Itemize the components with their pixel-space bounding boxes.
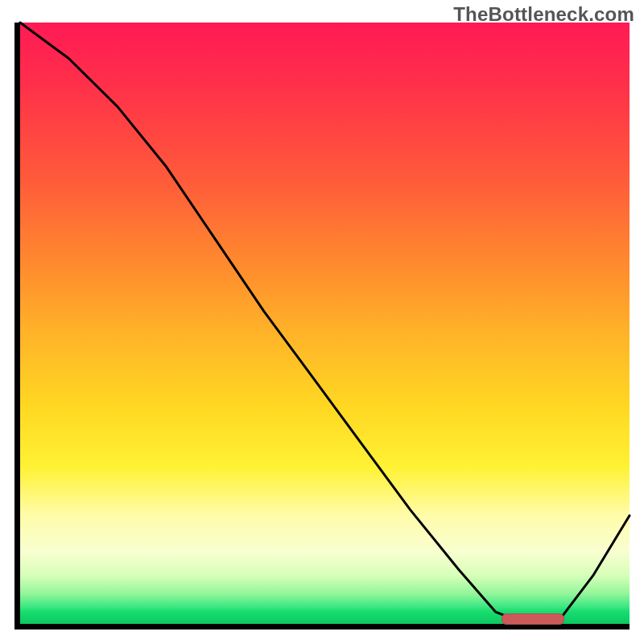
plot-area: [14, 23, 630, 630]
optimum-marker: [502, 613, 564, 625]
bottleneck-chart: TheBottleneck.com: [0, 0, 644, 644]
bottleneck-curve: [20, 23, 630, 624]
